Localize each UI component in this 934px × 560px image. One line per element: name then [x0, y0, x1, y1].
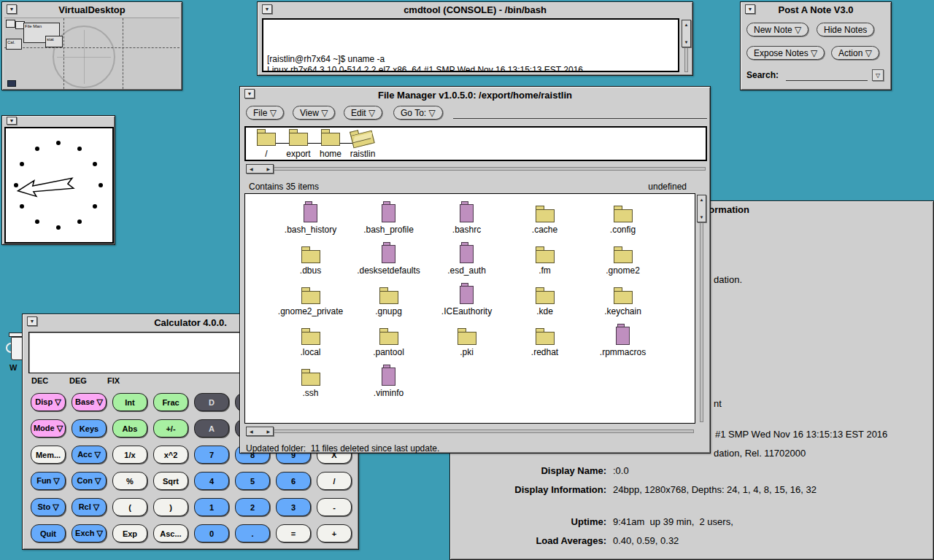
search-input[interactable] — [786, 69, 868, 81]
file-item[interactable]: .keychain — [584, 276, 662, 316]
scroll-up-icon[interactable]: ▲ — [700, 198, 704, 202]
edit-menu-button[interactable]: Edit ▽ — [344, 106, 382, 120]
path-item[interactable]: raistlin — [352, 133, 373, 159]
calculator-key[interactable]: Fun ▽ — [31, 472, 66, 490]
calculator-key[interactable]: Disp ▽ — [31, 393, 66, 411]
calculator-key[interactable]: Int — [112, 393, 147, 411]
file-item[interactable]: .desksetdefaults — [350, 235, 428, 276]
path-item[interactable]: / — [256, 133, 277, 159]
scroll-right-icon[interactable]: ▶ — [266, 166, 270, 171]
calculator-key[interactable]: 3 — [276, 498, 311, 516]
scroll-left-icon[interactable]: ◀ — [250, 429, 253, 434]
scroll-right-icon[interactable]: ▶ — [266, 429, 270, 434]
calculator-key[interactable]: % — [112, 472, 147, 490]
scrollbar-track[interactable] — [700, 195, 703, 422]
calculator-key[interactable]: +/- — [153, 419, 188, 438]
window-menu-icon[interactable]: ▼ — [745, 4, 755, 14]
file-item[interactable]: .bash_history — [271, 194, 350, 235]
file-item[interactable]: .kde — [506, 276, 584, 316]
calculator-key[interactable]: D — [194, 393, 229, 411]
file-menu-button[interactable]: File ▽ — [246, 106, 284, 120]
path-horizontal-scrollbar[interactable]: ◀ ▶ — [244, 164, 707, 175]
calculator-key[interactable]: Asc... — [153, 524, 188, 542]
calculator-key[interactable]: Base ▽ — [72, 393, 107, 411]
file-item[interactable]: .fm — [506, 235, 584, 276]
file-item[interactable]: .gnome2_private — [271, 276, 350, 316]
virtual-desktop-titlebar[interactable]: ▼ VirtualDesktop — [2, 2, 182, 17]
calculator-key[interactable]: Mem... — [31, 446, 66, 464]
calculator-key[interactable]: Quit — [31, 524, 66, 542]
expose-notes-button[interactable]: Expose Notes ▽ — [746, 46, 825, 60]
calculator-key[interactable]: Keys — [72, 419, 107, 438]
calculator-key[interactable]: ) — [153, 498, 188, 516]
calculator-key[interactable]: 0 — [194, 524, 229, 542]
calculator-key[interactable]: - — [317, 498, 352, 516]
calculator-key[interactable]: Exch ▽ — [72, 524, 107, 542]
scroll-left-icon[interactable]: ◀ — [250, 166, 253, 171]
calculator-key[interactable]: Exp — [112, 524, 147, 542]
calculator-key[interactable]: Sto ▽ — [31, 498, 66, 516]
window-menu-icon[interactable]: ▼ — [27, 316, 37, 326]
mini-window-calculator[interactable]: Cal. — [6, 39, 22, 50]
new-note-button[interactable]: New Note ▽ — [746, 23, 808, 36]
scroll-down-icon[interactable]: ▼ — [684, 40, 689, 44]
file-item[interactable]: .config — [584, 194, 662, 235]
file-item[interactable]: .viminfo — [350, 357, 428, 398]
calculator-key[interactable]: Mode ▽ — [31, 419, 66, 438]
window-menu-icon[interactable]: ▼ — [244, 89, 255, 98]
calculator-key[interactable]: + — [317, 524, 352, 542]
scrollbar-elevator[interactable]: ▲ ▼ — [682, 20, 691, 47]
calculator-key[interactable]: / — [317, 472, 352, 490]
calculator-key[interactable]: = — [276, 524, 311, 542]
virtual-desktop-pager[interactable]: File Man stat Cal. — [4, 18, 180, 89]
scrollbar-track[interactable] — [246, 167, 706, 171]
action-button[interactable]: Action ▽ — [831, 46, 879, 60]
calculator-key[interactable]: A — [194, 419, 229, 438]
file-item[interactable]: .ICEauthority — [428, 276, 506, 316]
file-item[interactable]: .dbus — [271, 235, 350, 276]
scrollbar-elevator[interactable]: ▲ ▼ — [697, 195, 706, 222]
calculator-key[interactable]: 1 — [194, 498, 229, 516]
file-item[interactable]: .cache — [506, 194, 584, 235]
hide-notes-button[interactable]: Hide Notes — [817, 23, 874, 36]
calculator-key[interactable]: 6 — [276, 472, 311, 490]
file-item[interactable]: .rpmmacros — [584, 316, 662, 357]
bottom-horizontal-scrollbar[interactable]: ◀ ▶ — [244, 427, 695, 438]
file-manager-titlebar[interactable]: ▼ File Manager v1.0.5.0: /export/home/ra… — [240, 87, 710, 103]
calculator-key[interactable]: 1/x — [112, 446, 147, 464]
view-menu-button[interactable]: View ▽ — [293, 106, 335, 120]
file-item[interactable]: .bash_profile — [350, 194, 428, 235]
mini-window-stat[interactable]: stat — [45, 36, 63, 47]
file-item[interactable]: .local — [271, 316, 350, 357]
calculator-key[interactable]: Rcl ▽ — [72, 498, 107, 516]
file-item[interactable]: .gnome2 — [584, 235, 662, 276]
scrollbar-elevator[interactable]: ◀ ▶ — [246, 164, 274, 174]
calculator-key[interactable]: Frac — [153, 393, 188, 411]
file-item[interactable]: .pki — [428, 316, 506, 357]
calculator-key[interactable]: ( — [112, 498, 147, 516]
calculator-key[interactable]: x^2 — [153, 446, 188, 464]
file-item[interactable]: .pantool — [350, 316, 428, 357]
search-dropdown-button[interactable]: ▽ — [872, 69, 884, 81]
terminal-output[interactable]: [raistlin@rh7x64 ~]$ uname -aLinux rh7x6… — [262, 18, 679, 72]
scrollbar-elevator[interactable]: ◀ ▶ — [246, 427, 274, 436]
file-item[interactable]: .ssh — [271, 357, 350, 398]
vertical-scrollbar[interactable]: ▲ ▼ — [697, 193, 708, 424]
calculator-key[interactable]: . — [235, 524, 270, 542]
window-menu-icon[interactable]: ▼ — [7, 117, 17, 125]
clock-titlebar[interactable]: ▼ — [2, 116, 115, 126]
calculator-key[interactable]: Abs — [112, 419, 147, 438]
scroll-up-icon[interactable]: ▲ — [684, 23, 689, 27]
scroll-down-icon[interactable]: ▼ — [700, 215, 704, 219]
calculator-key[interactable]: 7 — [194, 446, 229, 464]
calculator-key[interactable]: 2 — [235, 498, 270, 516]
file-item[interactable]: .gnupg — [350, 276, 428, 316]
window-menu-icon[interactable]: ▼ — [7, 4, 17, 14]
goto-input[interactable] — [453, 118, 707, 119]
scrollbar-track[interactable] — [246, 429, 694, 433]
calculator-key[interactable]: Acc ▽ — [72, 446, 107, 464]
terminal-titlebar[interactable]: ▼ cmdtool (CONSOLE) - /bin/bash — [258, 2, 692, 17]
calculator-key[interactable]: Sqrt — [153, 472, 188, 490]
goto-menu-button[interactable]: Go To: ▽ — [393, 106, 443, 120]
window-menu-icon[interactable]: ▼ — [262, 4, 272, 14]
